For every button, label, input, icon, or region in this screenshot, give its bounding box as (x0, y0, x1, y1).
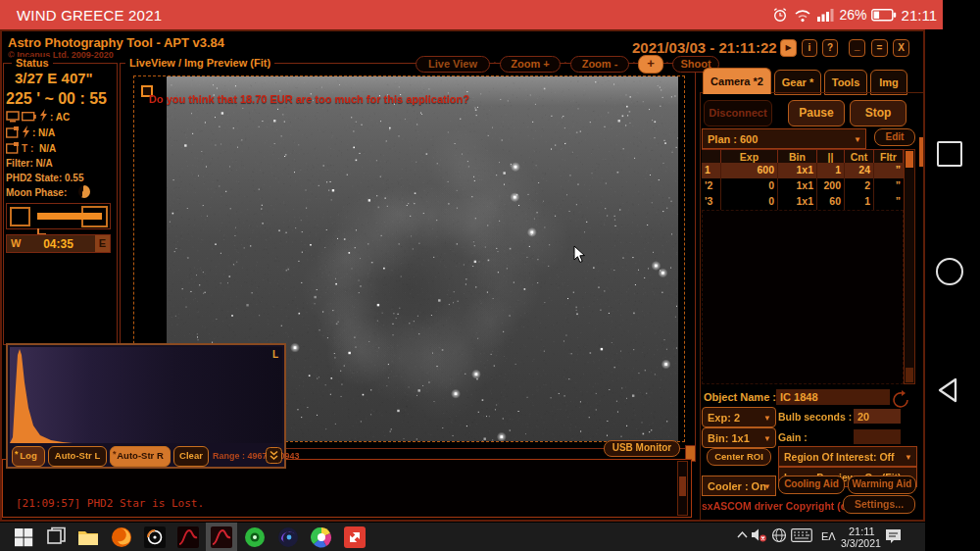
plan-table-row[interactable]: '2 0 1x1 200 2 ” (702, 178, 904, 194)
separator-dot: · (493, 57, 496, 68)
meridian-slider (6, 203, 111, 229)
plan-scrollbar-thumb[interactable] (906, 151, 913, 168)
plan-table-row[interactable]: '3 0 1x1 60 1 ” (702, 194, 904, 210)
histogram-panel: L *Log Auto-Str L *Auto-Str R Clear Rang… (6, 343, 286, 469)
meridian-bar: W 04:35 E (6, 234, 111, 253)
start-button[interactable] (12, 526, 35, 549)
task-view-button[interactable] (44, 526, 68, 549)
clear-button[interactable]: Clear (173, 446, 209, 467)
histogram-range-label: Range : 4967 - 60943 (213, 451, 300, 461)
slider-bar[interactable] (37, 213, 102, 220)
histogram-channel-label: L (272, 349, 278, 360)
minimize-button[interactable]: _ (849, 39, 865, 57)
zoom-in-button[interactable]: Zoom + (500, 56, 561, 73)
plan-scrollbar[interactable] (904, 149, 915, 384)
cooler-dropdown[interactable]: Cooler : On ▼ (702, 476, 776, 496)
imaging-progress: 225 ' ~ 00 : 55 (6, 90, 107, 108)
wifi-icon (794, 8, 811, 23)
camera-icon (6, 126, 20, 138)
stop-button[interactable]: Stop (850, 100, 906, 126)
chevron-down-icon: ▼ (905, 452, 912, 461)
recents-square-icon[interactable] (937, 141, 962, 167)
file-explorer-icon[interactable] (76, 526, 100, 549)
slider-left-box (10, 207, 30, 226)
status-panel-title: Status (12, 57, 53, 69)
edit-plan-button[interactable]: Edit (874, 128, 915, 146)
mouse-cursor (573, 245, 586, 264)
home-circle-icon[interactable] (936, 258, 963, 285)
tray-clock-time[interactable]: 21:11 (849, 526, 875, 537)
back-triangle-icon[interactable] (936, 376, 961, 404)
usb-monitor-button[interactable]: USB Monitor (604, 440, 680, 457)
phd2-guiding-icon[interactable] (143, 526, 167, 549)
tab-camera[interactable]: Camera *2 (703, 68, 771, 94)
collapse-chevron-icon[interactable] (266, 447, 282, 464)
tray-clock-date[interactable]: 3/3/2021 (841, 537, 881, 549)
warming-aid-button[interactable]: Warming Aid (848, 476, 916, 494)
gain-label: Gain : (778, 431, 808, 443)
play-button[interactable]: ▶ (780, 39, 797, 57)
maximize-button[interactable]: = (871, 39, 888, 57)
volume-muted-icon[interactable] (751, 527, 767, 542)
liveview-title: LiveView / Img Preview (Fit) (125, 57, 274, 69)
color-wheel-app-icon[interactable] (310, 526, 333, 549)
red-remote-app-icon[interactable] (343, 526, 367, 549)
close-button[interactable]: X (893, 39, 909, 57)
chevron-down-icon: ▼ (763, 413, 771, 422)
meridian-east: E (95, 235, 110, 252)
apt-icon[interactable] (176, 526, 200, 549)
histogram-plot: L (10, 347, 282, 443)
separator-dot: · (564, 57, 566, 68)
help-button[interactable]: ? (822, 39, 838, 57)
zoom-out-button[interactable]: Zoom - (570, 56, 629, 73)
auto-stretch-right-button[interactable]: *Auto-Str R (110, 446, 171, 467)
touch-keyboard-icon[interactable] (791, 528, 812, 542)
disconnect-button[interactable]: Disconnect (704, 100, 772, 126)
alarm-icon (772, 7, 788, 23)
log-scrollbar-thumb[interactable] (679, 476, 686, 496)
apt-active-icon[interactable] (210, 526, 233, 549)
app-title: Astro Photography Tool - APT v3.84 (8, 35, 224, 50)
plan-dropdown[interactable]: Plan : 600 ▼ (702, 128, 866, 149)
exposure-dropdown[interactable]: Exp: 2 ▼ (702, 407, 776, 427)
green-app-icon[interactable] (243, 526, 267, 549)
plan-list-empty-area (702, 210, 904, 384)
settings-button[interactable]: Settings... (843, 495, 915, 514)
action-center-icon[interactable] (885, 528, 902, 544)
power-status: : AC (50, 112, 70, 123)
camera-power-lightning-icon (22, 125, 30, 138)
object-name-field[interactable]: IC 1848 (776, 389, 890, 405)
gain-field[interactable] (854, 429, 901, 444)
crosshair-button[interactable]: + (638, 55, 663, 74)
center-roi-button[interactable]: Center ROI (707, 448, 771, 466)
plan-scrollbar-bottom[interactable] (906, 368, 913, 382)
phone-screenshot-root: WIND GREECE 2021 26% 21:11 Astro Photogr (0, 0, 980, 551)
cooling-aid-button[interactable]: Cooling Aid (778, 476, 845, 494)
roi-dropdown[interactable]: Region Of Interest: Off ▼ (778, 446, 917, 467)
auto-stretch-left-button[interactable]: Auto-Str L (48, 446, 107, 467)
battery-status-icon (22, 112, 36, 122)
plan-table-row[interactable]: 1 600 1x1 1 24 ” (702, 163, 904, 178)
chevron-down-icon: ▼ (763, 433, 771, 442)
log-scale-button[interactable]: *Log (12, 446, 45, 467)
sensor-icon (6, 142, 20, 154)
computer-icon (6, 111, 20, 123)
demo-overlay-text: Do you think that 18.70 EUR are too much… (149, 93, 619, 105)
log-scrollbar[interactable] (677, 461, 688, 516)
live-view-button[interactable]: Live View (416, 56, 490, 73)
battery-percent-label: 26% (840, 7, 867, 23)
firefox-icon[interactable] (110, 526, 133, 549)
purple-app-icon[interactable] (276, 526, 300, 549)
separator-dot: · (632, 57, 635, 68)
network-globe-icon[interactable] (771, 527, 787, 543)
info-button[interactable]: i (802, 39, 817, 57)
tray-chevron-up-icon[interactable] (736, 530, 749, 539)
bulb-seconds-field[interactable]: 20 (854, 409, 901, 424)
pause-button[interactable]: Pause (788, 100, 845, 126)
frames-status: 3/27 E 407" (15, 70, 93, 86)
statusbar-clock: 21:11 (902, 7, 937, 24)
bin-dropdown[interactable]: Bin: 1x1 ▼ (702, 427, 776, 448)
window-edge-accent (919, 137, 923, 167)
language-indicator[interactable]: ΕΛ (821, 530, 836, 542)
separator-dot: · (665, 57, 668, 68)
